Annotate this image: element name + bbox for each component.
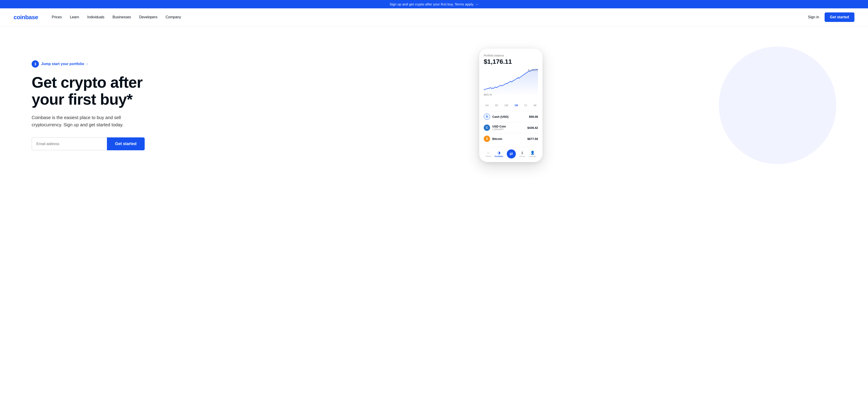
hero-content: ₿ Jump start your portfolio → Get crypto… [32, 60, 167, 151]
bitcoin-icon: ₿ [484, 136, 490, 142]
hero-signup-form: Get started [32, 137, 145, 150]
portfolio-icon: ◑ [497, 151, 500, 155]
asset-left-btc: ₿ Bitcoin [484, 136, 502, 142]
asset-row-usdc[interactable]: C USD Coin 1.25% APY $439.42 [484, 122, 538, 133]
trade-icon: ⇄ [509, 151, 513, 156]
bottom-nav-trade[interactable]: ⇄ [507, 149, 516, 158]
asset-left-usdc: C USD Coin 1.25% APY [484, 125, 506, 131]
asset-name-btc: Bitcoin [492, 137, 502, 140]
asset-row-btc[interactable]: ₿ Bitcoin $677.50 [484, 133, 538, 144]
filter-1m[interactable]: 1M [513, 103, 519, 107]
hero-badge-link[interactable]: ₿ Jump start your portfolio → [32, 60, 89, 68]
usdc-icon: C [484, 125, 490, 131]
filter-1d[interactable]: 1D [494, 103, 499, 107]
asset-row-cash[interactable]: $ Cash (USD) $59.08 [484, 111, 538, 122]
filter-all[interactable]: All [532, 103, 537, 107]
prices-icon: ▮ [521, 151, 523, 155]
nav-actions: Sign in Get started [808, 12, 855, 22]
background-circle [719, 46, 836, 164]
time-filter-bar: 1H 1D 1W 1M 1Y All [484, 103, 538, 107]
nav-get-started-button[interactable]: Get started [825, 12, 855, 22]
phone-mockup: Portfolio balance $1,176.11 $1,180.33 $8… [479, 49, 542, 162]
cash-value: $59.08 [529, 115, 538, 119]
btc-value: $677.50 [527, 137, 538, 140]
nav-learn[interactable]: Learn [70, 15, 79, 19]
home-icon: ⌂ [487, 151, 489, 155]
bottom-nav-prices[interactable]: ▮ Prices [520, 151, 525, 158]
top-banner[interactable]: Sign up and get crypto after your first … [0, 0, 868, 8]
hero-get-started-button[interactable]: Get started [107, 137, 145, 150]
email-input[interactable] [32, 137, 107, 150]
filter-1y[interactable]: 1Y [523, 103, 528, 107]
hero-illustration: Portfolio balance $1,176.11 $1,180.33 $8… [167, 49, 855, 162]
cash-icon: $ [484, 114, 490, 120]
bottom-nav-home[interactable]: ⌂ Home [486, 151, 491, 157]
nav-individuals[interactable]: Individuals [87, 15, 104, 19]
banner-text: Sign up and get crypto after your first … [390, 2, 478, 6]
navbar: coinbase Prices Learn Individuals Busine… [0, 8, 868, 26]
usdc-value: $439.42 [527, 126, 538, 129]
settings-person-icon: 👤 [530, 151, 535, 155]
nav-prices[interactable]: Prices [52, 15, 62, 19]
hero-subtitle: Coinbase is the easiest place to buy and… [32, 114, 135, 128]
phone-bottom-nav: ⌂ Home ◑ Portfolio ⇄ ▮ Prices 👤 Settings [484, 147, 538, 158]
asset-name-cash: Cash (USD) [492, 115, 508, 119]
bottom-nav-settings[interactable]: 👤 Settings [529, 151, 536, 158]
asset-info-usdc: USD Coin 1.25% APY [492, 125, 506, 131]
bitcoin-badge-icon: ₿ [32, 60, 39, 68]
hero-badge-text: Jump start your portfolio → [41, 62, 89, 66]
hero-title: Get crypto after your first buy* [32, 74, 167, 108]
asset-left-cash: $ Cash (USD) [484, 114, 508, 120]
portfolio-chart [484, 69, 538, 96]
sign-in-link[interactable]: Sign in [808, 15, 819, 19]
portfolio-balance: $1,176.11 [484, 58, 538, 65]
chart-high-label: $1,180.33 [528, 69, 538, 71]
chart-area: $1,180.33 $805.45 [484, 69, 538, 101]
hero-section: ₿ Jump start your portfolio → Get crypto… [0, 26, 868, 180]
nav-developers[interactable]: Developers [139, 15, 158, 19]
bottom-nav-portfolio[interactable]: ◑ Portfolio [495, 151, 503, 158]
nav-links: Prices Learn Individuals Businesses Deve… [52, 15, 808, 19]
chart-low-label: $805.45 [484, 94, 492, 96]
logo[interactable]: coinbase [13, 14, 38, 21]
nav-businesses[interactable]: Businesses [113, 15, 131, 19]
nav-company[interactable]: Company [165, 15, 181, 19]
balance-label: Portfolio balance [484, 54, 538, 57]
filter-1h[interactable]: 1H [484, 103, 490, 107]
filter-1w[interactable]: 1W [503, 103, 509, 107]
